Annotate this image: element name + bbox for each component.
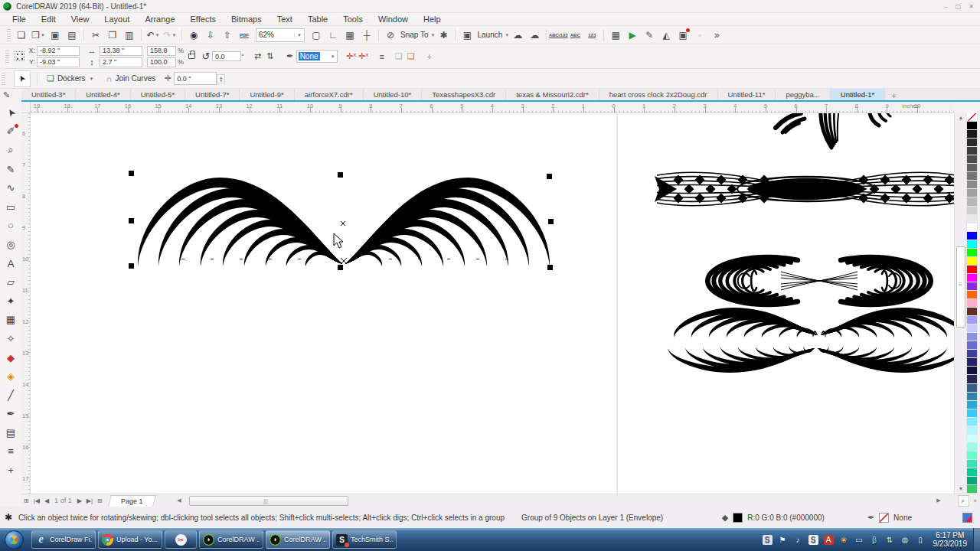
transparency-tool[interactable]: ▦ — [1, 311, 21, 330]
mirror-horizontal-icon[interactable]: ⇄ — [252, 51, 264, 61]
drawing-canvas[interactable] — [31, 113, 954, 494]
color-swatch[interactable] — [966, 333, 978, 341]
color-swatch[interactable] — [966, 435, 978, 443]
color-swatch[interactable] — [966, 240, 978, 249]
table-icon[interactable]: ▦ — [607, 28, 624, 43]
power-icon[interactable]: ◍ — [900, 535, 910, 545]
menu-effects[interactable]: Effects — [183, 15, 224, 24]
vertical-scroll-thumb[interactable] — [956, 246, 965, 328]
cloud-upload-icon[interactable]: ☁ — [509, 28, 526, 43]
show-rulers-icon[interactable]: ∟ — [325, 28, 341, 43]
object-width-field[interactable] — [100, 46, 142, 56]
color-swatch[interactable] — [966, 172, 978, 181]
cut-icon[interactable]: ✂ — [87, 28, 104, 43]
artistic-media-tool[interactable]: ∿ — [1, 178, 21, 197]
spiral-tool[interactable]: ◎ — [1, 235, 21, 254]
menu-help[interactable]: Help — [416, 15, 449, 24]
taskbar-button-snip[interactable]: ✂ — [165, 530, 197, 549]
scroll-right-icon[interactable]: ▶ — [936, 497, 940, 504]
paste-icon[interactable]: ▥ — [121, 28, 138, 43]
menu-tools[interactable]: Tools — [335, 15, 371, 24]
scroll-down-icon[interactable]: ▼ — [955, 484, 967, 494]
pan-zoom-icon[interactable]: ⌕ — [958, 495, 969, 507]
techsmith-tray-icon[interactable]: S — [763, 535, 773, 545]
ellipse-tool[interactable]: ○ — [1, 217, 21, 236]
document-tab[interactable]: Untitled-3* — [21, 89, 76, 100]
chevron-down-icon[interactable]: ▼ — [155, 33, 160, 37]
color-swatch[interactable] — [966, 324, 978, 333]
line-tool[interactable]: ╱ — [1, 386, 21, 405]
horizontal-scrollbar[interactable]: ◀ ▶ — [162, 495, 956, 507]
export-icon[interactable]: ⇧ — [219, 28, 236, 43]
close-button[interactable]: ✕ — [969, 3, 974, 10]
add-page-button[interactable]: ⊞ — [95, 497, 105, 504]
snap-to-dropdown[interactable]: Snap To▼ — [399, 31, 435, 39]
pdf-icon[interactable]: PDF — [236, 28, 253, 43]
chevron-down-icon[interactable]: ▼ — [331, 54, 335, 59]
color-swatch[interactable] — [966, 316, 978, 324]
color-swatch[interactable] — [966, 232, 978, 240]
dockers-button[interactable]: ❏ Dockers ▼ — [41, 73, 100, 83]
toolbar-grip[interactable] — [7, 29, 11, 41]
search-content-icon[interactable]: ◉ — [185, 28, 202, 43]
color-swatch[interactable] — [966, 155, 978, 164]
y-position-field[interactable] — [37, 57, 80, 67]
color-swatch[interactable] — [966, 358, 978, 367]
distort-tool[interactable]: ✦ — [1, 292, 21, 311]
new-document-tab-button[interactable]: + — [885, 91, 902, 100]
launch-dropdown[interactable]: Launch▼ — [475, 31, 509, 39]
toolbar-grip[interactable] — [5, 51, 9, 63]
maximize-button[interactable]: ▢ — [956, 3, 962, 10]
menu-file[interactable]: File — [5, 15, 34, 24]
options-gear-icon[interactable]: ✱ — [435, 28, 452, 43]
color-swatch[interactable] — [966, 485, 978, 494]
display-icon[interactable]: ▭ — [854, 535, 864, 545]
abc-123-icon[interactable]: ABC/123 — [550, 28, 567, 43]
play-macro-icon[interactable]: ▶ — [624, 28, 641, 43]
pick-tool-button[interactable]: ➤ — [14, 70, 31, 87]
rotation-angle-field[interactable] — [212, 51, 241, 61]
page-tab[interactable]: Page 1 — [108, 495, 155, 507]
document-tab[interactable]: Untitled-7* — [185, 89, 240, 100]
wrap-text-icon[interactable]: ≡ — [376, 52, 388, 61]
menu-arrange[interactable]: Arrange — [137, 15, 182, 24]
color-swatch[interactable] — [966, 367, 978, 375]
document-tab[interactable]: Untitled-10* — [364, 89, 423, 100]
welcome-screen-icon[interactable]: ▣ — [459, 28, 475, 43]
color-swatch[interactable] — [966, 189, 978, 197]
zoom-tool[interactable]: ⌕ — [1, 141, 21, 160]
color-swatch[interactable] — [966, 350, 978, 358]
shape-tool[interactable]: ✐ — [1, 122, 21, 142]
document-tab[interactable]: airforceX7.cdr* — [295, 89, 364, 100]
color-swatch[interactable] — [966, 299, 978, 308]
toolbar-grip[interactable] — [2, 73, 5, 85]
object-position-grid-icon[interactable] — [15, 51, 24, 61]
color-swatch[interactable] — [966, 266, 978, 274]
color-swatch[interactable] — [966, 477, 978, 485]
x-position-field[interactable] — [37, 46, 80, 56]
open-icon[interactable]: ❒▼ — [30, 28, 47, 43]
document-tab[interactable]: Untitled-1* — [831, 89, 885, 100]
no-color-swatch[interactable] — [966, 113, 978, 122]
chevron-down-icon[interactable]: ▼ — [294, 33, 302, 37]
java-icon[interactable]: ❀ — [839, 535, 849, 545]
color-swatch[interactable] — [966, 401, 978, 409]
color-settings-tool[interactable]: ≡ — [1, 442, 21, 461]
color-swatch[interactable] — [966, 197, 978, 206]
snagit-tray-icon[interactable]: S — [808, 535, 818, 545]
last-page-button[interactable]: ▶| — [84, 497, 95, 504]
envelope-preset-combo[interactable]: None ▼ — [296, 50, 338, 63]
document-tab[interactable]: Untitled-9* — [240, 89, 294, 100]
show-desktop-button[interactable] — [973, 528, 980, 551]
mirror-vertical-icon[interactable]: ⇅ — [264, 51, 276, 61]
menu-window[interactable]: Window — [371, 15, 416, 24]
color-swatch[interactable] — [966, 443, 978, 452]
battery-icon[interactable]: ▯ — [916, 535, 926, 545]
color-swatch[interactable] — [966, 460, 978, 468]
menu-bitmaps[interactable]: Bitmaps — [224, 15, 270, 24]
bluetooth-icon[interactable]: β — [870, 535, 880, 545]
taskbar-button-techsmith[interactable]: STechSmith S... — [332, 530, 397, 549]
add-property-icon[interactable]: + — [423, 52, 436, 61]
dimension-tool[interactable]: ▱ — [1, 272, 21, 292]
network-icon[interactable]: ⇅ — [885, 535, 895, 545]
